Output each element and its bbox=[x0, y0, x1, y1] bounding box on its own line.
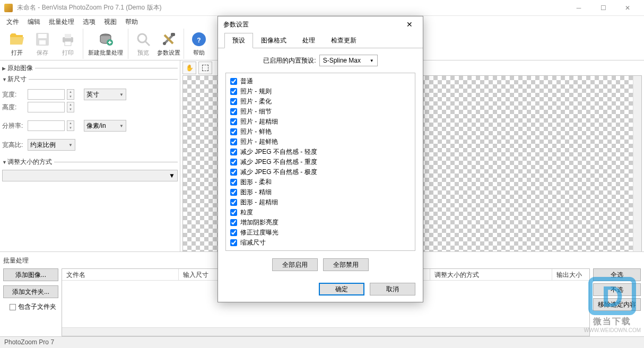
section-original[interactable]: ▶ 原始图像 bbox=[2, 63, 178, 74]
preset-checkbox[interactable] bbox=[230, 179, 237, 186]
preset-item[interactable]: 普通 bbox=[230, 76, 411, 86]
section-new-size[interactable]: ▼ 新尺寸 bbox=[2, 74, 178, 85]
preset-checkbox[interactable] bbox=[230, 98, 237, 105]
minimize-button[interactable]: ─ bbox=[567, 0, 591, 16]
menu-edit[interactable]: 编辑 bbox=[23, 16, 45, 28]
preset-label: 普通 bbox=[240, 77, 253, 86]
include-subfolder-check[interactable]: 包含子文件夹 bbox=[3, 302, 58, 311]
preset-label: 图形 - 精细 bbox=[240, 188, 272, 197]
open-button[interactable]: 打开 bbox=[4, 29, 30, 59]
preset-checkbox[interactable] bbox=[230, 138, 237, 145]
unit-res-label: 像素/in bbox=[86, 121, 106, 130]
table-scrollbar[interactable] bbox=[62, 327, 589, 336]
cancel-button[interactable]: 取消 bbox=[370, 283, 415, 295]
preset-checkbox[interactable] bbox=[230, 169, 237, 176]
tab-update[interactable]: 检查更新 bbox=[323, 33, 364, 48]
builtin-preset-select[interactable]: S-Spline Max ▼ bbox=[319, 55, 378, 66]
marquee-tool[interactable] bbox=[198, 62, 212, 74]
preset-label: 修正过度曝光 bbox=[240, 228, 279, 237]
chevron-down-icon: ▼ bbox=[370, 58, 374, 63]
preset-item[interactable]: 照片 - 鲜艳 bbox=[230, 127, 411, 137]
preset-item[interactable]: 增加阴影亮度 bbox=[230, 218, 411, 228]
preset-item[interactable]: 照片 - 规则 bbox=[230, 86, 411, 97]
unit-select-res[interactable]: 像素/in▼ bbox=[84, 120, 126, 132]
preset-checkbox[interactable] bbox=[230, 128, 237, 135]
print-label: 打印 bbox=[62, 49, 74, 57]
svg-rect-5 bbox=[65, 41, 71, 46]
section-resize-method[interactable]: ▼ 调整大小的方式 bbox=[2, 156, 178, 168]
preset-item[interactable]: 减少 JPEG 不自然感 - 重度 bbox=[230, 157, 411, 167]
height-input[interactable] bbox=[28, 102, 65, 112]
col-filename[interactable]: 文件名 bbox=[62, 269, 179, 280]
remove-selected-button[interactable]: 移除选定内容 bbox=[593, 298, 641, 311]
preset-label: 缩减尺寸 bbox=[240, 238, 266, 247]
hand-tool[interactable]: ✋ bbox=[182, 62, 196, 74]
preview-button[interactable]: 预览 bbox=[130, 29, 156, 59]
close-button[interactable]: ✕ bbox=[615, 0, 640, 16]
select-none-button[interactable]: 不选 bbox=[593, 283, 641, 296]
save-button[interactable]: 保存 bbox=[30, 29, 55, 59]
settings-button[interactable]: 参数设置 bbox=[156, 29, 181, 59]
print-button[interactable]: 打印 bbox=[55, 29, 81, 59]
select-all-button[interactable]: 全选 bbox=[593, 268, 641, 281]
col-output-size[interactable]: 输出大小 bbox=[552, 269, 589, 280]
preset-checkbox[interactable] bbox=[230, 78, 237, 85]
tab-process[interactable]: 处理 bbox=[294, 33, 323, 48]
resolution-spinner[interactable]: ▲▼ bbox=[67, 120, 74, 131]
preset-checkbox[interactable] bbox=[230, 209, 237, 216]
preset-checkbox[interactable] bbox=[230, 239, 237, 246]
save-icon bbox=[34, 31, 51, 48]
status-text: PhotoZoom Pro 7 bbox=[4, 338, 54, 346]
preset-list[interactable]: 普通照片 - 规则照片 - 柔化照片 - 细节照片 - 超精细照片 - 鲜艳照片… bbox=[225, 73, 415, 251]
width-input[interactable] bbox=[28, 89, 65, 100]
preset-item[interactable]: 照片 - 柔化 bbox=[230, 97, 411, 107]
preset-checkbox[interactable] bbox=[230, 229, 237, 236]
expand-icon: ▼ bbox=[2, 77, 7, 82]
preset-label: 照片 - 柔化 bbox=[240, 97, 272, 106]
preset-item[interactable]: 减少 JPEG 不自然感 - 轻度 bbox=[230, 147, 411, 157]
menu-options[interactable]: 选项 bbox=[79, 16, 100, 28]
maximize-button[interactable]: ☐ bbox=[591, 0, 615, 16]
menu-view[interactable]: 视图 bbox=[100, 16, 121, 28]
col-resize-method[interactable]: 调整大小的方式 bbox=[430, 269, 552, 280]
height-spinner[interactable]: ▲▼ bbox=[67, 102, 74, 112]
preset-item[interactable]: 缩减尺寸 bbox=[230, 238, 411, 248]
preset-checkbox[interactable] bbox=[230, 118, 237, 125]
ok-button[interactable]: 确定 bbox=[319, 283, 364, 295]
preset-item[interactable]: 修正过度曝光 bbox=[230, 228, 411, 238]
preset-checkbox[interactable] bbox=[230, 88, 237, 95]
preset-checkbox[interactable] bbox=[230, 219, 237, 226]
aspect-select[interactable]: 约束比例▼ bbox=[28, 139, 75, 151]
menu-batch[interactable]: 批量处理 bbox=[45, 16, 79, 28]
enable-all-button[interactable]: 全部启用 bbox=[272, 258, 318, 271]
preset-checkbox[interactable] bbox=[230, 189, 237, 196]
preset-checkbox[interactable] bbox=[230, 108, 237, 115]
preset-item[interactable]: 图形 - 精细 bbox=[230, 187, 411, 197]
resolution-input[interactable] bbox=[28, 120, 65, 131]
disable-all-button[interactable]: 全部禁用 bbox=[323, 258, 369, 271]
preset-item[interactable]: 照片 - 细节 bbox=[230, 107, 411, 117]
new-batch-button[interactable]: 新建批量处理 bbox=[85, 29, 126, 59]
help-button[interactable]: ? 帮助 bbox=[186, 29, 212, 59]
preset-item[interactable]: 照片 - 超鲜艳 bbox=[230, 137, 411, 147]
preset-item[interactable]: 图形 - 柔和 bbox=[230, 177, 411, 187]
width-spinner[interactable]: ▲▼ bbox=[67, 89, 74, 100]
preset-checkbox[interactable] bbox=[230, 199, 237, 206]
resize-method-select[interactable]: ▼ bbox=[2, 170, 178, 181]
tab-preset[interactable]: 预设 bbox=[224, 33, 253, 48]
menu-file[interactable]: 文件 bbox=[2, 16, 23, 28]
preset-item[interactable]: 照片 - 超精细 bbox=[230, 117, 411, 127]
add-folder-button[interactable]: 添加文件夹... bbox=[3, 285, 58, 298]
preset-item[interactable]: 粒度 bbox=[230, 207, 411, 218]
preset-checkbox[interactable] bbox=[230, 149, 237, 155]
settings-dialog: 参数设置 ✕ 预设 图像格式 处理 检查更新 已启用的内置预设: S-Splin… bbox=[217, 16, 423, 302]
unit-select-wh[interactable]: 英寸▼ bbox=[84, 89, 126, 100]
preset-checkbox[interactable] bbox=[230, 159, 237, 166]
dialog-title: 参数设置 bbox=[223, 20, 249, 29]
menu-help[interactable]: 帮助 bbox=[121, 16, 142, 28]
tab-format[interactable]: 图像格式 bbox=[253, 33, 294, 48]
dialog-close-button[interactable]: ✕ bbox=[402, 16, 417, 32]
preset-item[interactable]: 图形 - 超精细 bbox=[230, 197, 411, 207]
preset-item[interactable]: 减少 JPEG 不自然感 - 极度 bbox=[230, 167, 411, 177]
add-image-button[interactable]: 添加图像... bbox=[3, 268, 58, 281]
